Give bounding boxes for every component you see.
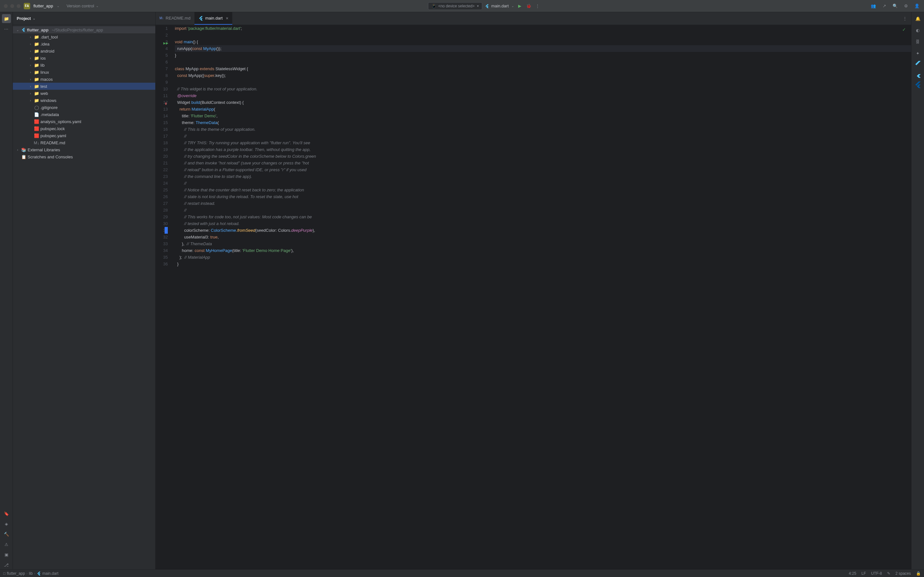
gutter-line[interactable]: 11 [156, 92, 168, 99]
code-content[interactable]: import 'package:flutter/material.dart'; … [174, 25, 911, 569]
code-line[interactable]: // [175, 207, 911, 213]
tree-item-pubspeclock[interactable]: ›🟥pubspec.lock [13, 125, 155, 132]
gutter-line[interactable]: 9 [156, 79, 168, 85]
code-line[interactable]: runApp(const MyApp()); [175, 45, 911, 52]
code-line[interactable]: import 'package:flutter/material.dart'; [175, 25, 911, 32]
updates-icon[interactable]: ↗ [881, 3, 887, 9]
indent-setting[interactable]: 2 spaces [895, 571, 911, 576]
code-line[interactable] [175, 59, 911, 65]
gutter-line[interactable]: 26 [156, 193, 168, 200]
gutter-line[interactable]: 4 [156, 45, 168, 52]
gutter-line[interactable]: 1 [156, 25, 168, 32]
settings-icon[interactable]: ⚙ [903, 3, 909, 9]
gutter-line[interactable]: 24 [156, 180, 168, 187]
code-line[interactable]: @override [175, 92, 911, 99]
code-line[interactable]: theme: ThemeData( [175, 119, 911, 126]
code-line[interactable]: // restart instead. [175, 200, 911, 207]
gutter-line[interactable]: 28 [156, 207, 168, 213]
tree-item-android[interactable]: ›📁android [13, 47, 155, 55]
expand-arrow-icon[interactable]: › [28, 35, 33, 39]
database-icon[interactable]: 🗄 [913, 37, 922, 46]
expand-arrow-icon[interactable]: › [28, 77, 33, 81]
code-line[interactable]: colorScheme: ColorScheme.fromSeed(seedCo… [175, 227, 911, 234]
code-line[interactable]: // This works for code too, not just val… [175, 213, 911, 220]
code-line[interactable]: void main() { [175, 39, 911, 45]
gutter-line[interactable]: 8 [156, 72, 168, 79]
gutter-line[interactable]: 21 [156, 160, 168, 166]
editor-gutter[interactable]: 123▶▶456789101112⬆1314151617181920212223… [156, 25, 174, 569]
code-line[interactable]: } [175, 52, 911, 59]
gutter-line[interactable]: 22 [156, 166, 168, 173]
more-actions-icon[interactable]: ⋮ [535, 3, 541, 9]
app-name[interactable]: flutter_app [33, 3, 53, 8]
search-icon[interactable]: 🔍 [892, 3, 898, 9]
code-line[interactable]: // try changing the seedColor in the col… [175, 153, 911, 160]
assistant-icon[interactable]: ◐ [913, 26, 922, 35]
line-separator[interactable]: LF [861, 571, 866, 576]
cursor-position[interactable]: 4:25 [849, 571, 856, 576]
code-line[interactable] [175, 79, 911, 85]
gutter-line[interactable]: 12⬆ [156, 99, 168, 106]
code-line[interactable]: title: 'Flutter Demo', [175, 113, 911, 119]
code-line[interactable]: } [175, 261, 911, 268]
gutter-line[interactable]: 34 [156, 247, 168, 254]
gutter-line[interactable]: 10 [156, 85, 168, 92]
readonly-icon[interactable]: ✎ [887, 571, 890, 576]
code-with-me-icon[interactable]: 👥 [870, 3, 877, 9]
code-line[interactable] [175, 32, 911, 39]
sidebar-title[interactable]: Project ⌄ [17, 16, 35, 21]
file-encoding[interactable]: UTF-8 [871, 571, 882, 576]
code-line[interactable]: // and then invoke "hot reload" (save yo… [175, 160, 911, 166]
gutter-line[interactable]: 23 [156, 173, 168, 180]
gutter-line[interactable]: 14 [156, 113, 168, 119]
tree-item-idea[interactable]: ›📁.idea [13, 40, 155, 47]
code-line[interactable]: useMaterial3: true, [175, 234, 911, 240]
expand-arrow-icon[interactable]: › [28, 99, 33, 102]
close-tab-icon[interactable]: × [226, 16, 228, 21]
bookmark-marker[interactable] [165, 227, 168, 234]
gutter-line[interactable]: 6 [156, 59, 168, 65]
expand-arrow-icon[interactable]: › [15, 148, 20, 152]
problems-icon[interactable]: ⚠ [2, 540, 11, 549]
notifications-icon[interactable]: 🔔 [913, 14, 922, 23]
code-line[interactable]: // [175, 180, 911, 187]
tree-item-metadata[interactable]: ›📄.metadata [13, 111, 155, 118]
expand-arrow-icon[interactable]: › [28, 92, 33, 95]
more-tools-icon[interactable]: ⋯ [2, 24, 11, 33]
code-line[interactable]: ), // ThemeData [175, 240, 911, 247]
tab-main-dart[interactable]: main.dart× [194, 12, 232, 25]
expand-arrow-icon[interactable]: ⌄ [15, 28, 20, 32]
expand-arrow-icon[interactable]: › [28, 56, 33, 60]
project-tool-icon[interactable]: 📁 [2, 14, 11, 23]
code-line[interactable]: // the application has a purple toolbar.… [175, 146, 911, 153]
tree-item-READMEmd[interactable]: ›M↓README.md [13, 139, 155, 146]
tree-item-lib[interactable]: ›📁lib [13, 61, 155, 69]
tree-item-test[interactable]: ›📁test [13, 83, 155, 90]
gutter-line[interactable]: 25 [156, 187, 168, 193]
tree-item-ios[interactable]: ›📁ios [13, 55, 155, 61]
gutter-line[interactable]: 15 [156, 119, 168, 126]
close-window[interactable] [4, 4, 8, 8]
build-icon[interactable]: 🔨 [2, 530, 11, 538]
expand-arrow-icon[interactable]: › [28, 71, 33, 74]
flutter-inspector-icon[interactable] [914, 71, 922, 78]
breadcrumb-folder[interactable]: lib [29, 571, 33, 576]
override-gutter-icon[interactable]: ⬆ [163, 100, 167, 104]
terminal-icon[interactable]: ▣ [2, 550, 11, 559]
tree-item-macos[interactable]: ›📁macos [13, 76, 155, 83]
code-line[interactable]: // tested with just a hot reload. [175, 220, 911, 227]
gutter-line[interactable]: 32 [156, 234, 168, 240]
expand-arrow-icon[interactable]: › [28, 42, 33, 46]
version-control-menu[interactable]: Version control ⌄ [66, 3, 99, 8]
account-icon[interactable]: 👤 [914, 3, 920, 9]
gutter-line[interactable]: 5 [156, 52, 168, 59]
gutter-line[interactable]: 2 [156, 32, 168, 39]
maximize-window[interactable] [17, 4, 21, 8]
bookmarks-icon[interactable]: 🔖 [2, 509, 11, 518]
scratches[interactable]: › 📋 Scratches and Consoles [13, 153, 155, 160]
code-line[interactable]: ); // MaterialApp [175, 254, 911, 261]
code-line[interactable]: const MyApp({super.key}); [175, 72, 911, 79]
structure-icon[interactable]: ◈ [2, 519, 11, 528]
tree-item-gitignore[interactable]: ›◯.gitignore [13, 104, 155, 111]
code-line[interactable]: // reload" button in a Flutter-supported… [175, 166, 911, 173]
